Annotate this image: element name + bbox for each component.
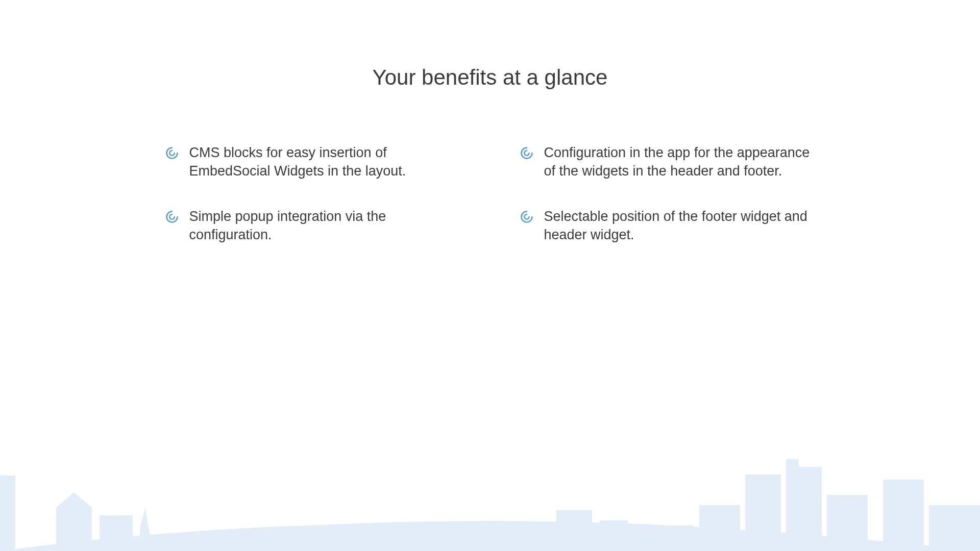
benefit-text: Configuration in the app for the appeara… — [544, 143, 816, 181]
benefit-item: CMS blocks for easy insertion of EmbedSo… — [165, 143, 461, 181]
target-icon — [165, 210, 179, 224]
benefit-text: Selectable position of the footer widget… — [544, 207, 816, 244]
benefits-wrapper: CMS blocks for easy insertion of EmbedSo… — [0, 143, 980, 244]
skyline-decoration — [0, 408, 980, 551]
benefit-item: Selectable position of the footer widget… — [520, 207, 816, 244]
benefit-item: Simple popup integration via the configu… — [165, 207, 461, 244]
benefit-text: CMS blocks for easy insertion of EmbedSo… — [189, 143, 461, 181]
page-heading: Your benefits at a glance — [0, 65, 980, 90]
target-icon — [520, 210, 534, 224]
benefits-column-right: Configuration in the app for the appeara… — [520, 143, 816, 244]
benefit-item: Configuration in the app for the appeara… — [520, 143, 816, 181]
target-icon — [165, 146, 179, 160]
benefits-column-left: CMS blocks for easy insertion of EmbedSo… — [165, 143, 461, 244]
target-icon — [520, 146, 534, 160]
benefit-text: Simple popup integration via the configu… — [189, 207, 461, 244]
main-container: Your benefits at a glance CMS blocks for… — [0, 0, 980, 244]
